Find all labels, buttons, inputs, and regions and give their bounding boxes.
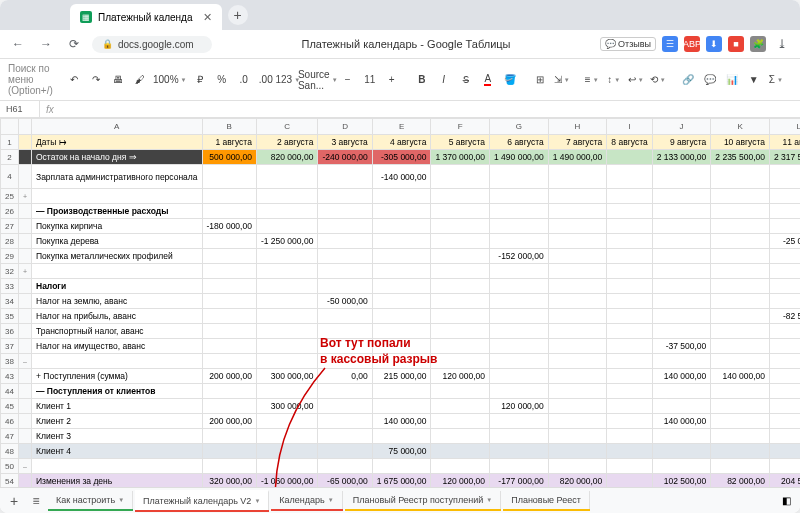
cell[interactable] <box>490 219 549 234</box>
link-icon[interactable]: 🔗 <box>679 70 697 90</box>
cell[interactable]: -1 060 000,00 <box>256 474 317 488</box>
cell[interactable] <box>202 429 256 444</box>
cell[interactable] <box>431 294 490 309</box>
cell[interactable] <box>607 429 652 444</box>
cell[interactable]: 2 августа <box>256 135 317 150</box>
cell[interactable] <box>711 204 770 219</box>
cell[interactable] <box>548 204 607 219</box>
cell[interactable] <box>652 384 711 399</box>
col-header[interactable]: A <box>32 119 203 135</box>
cell[interactable]: 140 000,00 <box>711 369 770 384</box>
cell[interactable]: 120 000,00 <box>431 369 490 384</box>
cell[interactable]: 200 000,00 <box>202 369 256 384</box>
cell[interactable] <box>711 414 770 429</box>
cell[interactable] <box>318 339 372 354</box>
merge-icon[interactable]: ⇲▼ <box>553 70 571 90</box>
cell[interactable] <box>652 429 711 444</box>
cell[interactable]: -177 000,00 <box>490 474 549 488</box>
cell[interactable] <box>652 324 711 339</box>
row-header[interactable]: 29 <box>1 249 19 264</box>
row-header[interactable]: 26 <box>1 204 19 219</box>
cell[interactable] <box>711 429 770 444</box>
cell[interactable]: + Поступления (сумма) <box>32 369 203 384</box>
cell[interactable] <box>372 429 431 444</box>
cell[interactable] <box>548 309 607 324</box>
cell[interactable]: 120 000,00 <box>490 399 549 414</box>
row-header[interactable]: 35 <box>1 309 19 324</box>
cell[interactable] <box>318 324 372 339</box>
cell[interactable] <box>372 339 431 354</box>
cell[interactable]: -50 000,00 <box>318 294 372 309</box>
format-currency[interactable]: ₽ <box>191 70 209 90</box>
font-size[interactable]: 11 <box>361 70 379 90</box>
add-sheet-button[interactable]: + <box>4 493 24 509</box>
cell[interactable] <box>202 444 256 459</box>
cell[interactable]: 140 000,00 <box>372 414 431 429</box>
cell[interactable] <box>490 294 549 309</box>
cell[interactable] <box>769 414 800 429</box>
row-header[interactable]: 1 <box>1 135 19 150</box>
cell[interactable] <box>769 204 800 219</box>
col-header[interactable]: F <box>431 119 490 135</box>
cell[interactable] <box>202 294 256 309</box>
cell[interactable] <box>202 339 256 354</box>
row-header[interactable]: 47 <box>1 429 19 444</box>
cell[interactable] <box>318 219 372 234</box>
cell[interactable]: Клиент 4 <box>32 444 203 459</box>
cell[interactable]: 2 133 000,00 <box>652 150 711 165</box>
cell[interactable]: 3 августа <box>318 135 372 150</box>
cell[interactable]: 120 000,00 <box>431 474 490 488</box>
cell[interactable] <box>490 414 549 429</box>
cell[interactable] <box>769 324 800 339</box>
cell[interactable]: -140 000,00 <box>372 165 431 189</box>
cell[interactable] <box>431 219 490 234</box>
cell[interactable]: -25 000,00 <box>769 234 800 249</box>
cell[interactable]: Покупка дерева <box>32 234 203 249</box>
cell[interactable]: Клиент 2 <box>32 414 203 429</box>
cell[interactable] <box>318 204 372 219</box>
cell[interactable] <box>256 294 317 309</box>
cell[interactable] <box>490 234 549 249</box>
cell[interactable] <box>202 204 256 219</box>
download-icon[interactable]: ⤓ <box>772 34 792 54</box>
row-header[interactable]: 45 <box>1 399 19 414</box>
cell[interactable] <box>607 339 652 354</box>
cell[interactable]: Транспортный налог, аванс <box>32 324 203 339</box>
cell[interactable] <box>490 279 549 294</box>
cell[interactable]: 8 августа <box>607 135 652 150</box>
puzzle-icon[interactable]: 🧩 <box>750 36 766 52</box>
cell[interactable]: Даты ↦ <box>32 135 203 150</box>
cell[interactable] <box>548 384 607 399</box>
cell[interactable] <box>490 165 549 189</box>
all-sheets-button[interactable]: ≡ <box>26 494 46 508</box>
cell[interactable]: Изменения за день <box>32 474 203 488</box>
cell[interactable] <box>548 369 607 384</box>
ext-icon[interactable]: ☰ <box>662 36 678 52</box>
row-header[interactable]: 48 <box>1 444 19 459</box>
cell[interactable] <box>652 219 711 234</box>
cell[interactable] <box>372 249 431 264</box>
cell[interactable] <box>431 414 490 429</box>
strike-icon[interactable]: S̶ <box>457 70 475 90</box>
cell[interactable] <box>318 309 372 324</box>
cell[interactable] <box>548 219 607 234</box>
sheet-tab[interactable]: Плановый Реестр поступлений▼ <box>345 491 501 509</box>
cell[interactable] <box>607 309 652 324</box>
col-header[interactable]: L <box>769 119 800 135</box>
comment-icon[interactable]: 💬 <box>701 70 719 90</box>
cell[interactable] <box>607 249 652 264</box>
cell[interactable]: 200 000,00 <box>202 414 256 429</box>
cell[interactable]: 5 августа <box>431 135 490 150</box>
col-header[interactable]: H <box>548 119 607 135</box>
cell[interactable] <box>256 444 317 459</box>
cell[interactable] <box>711 444 770 459</box>
sheet-tab[interactable]: Плановые Реест <box>503 491 590 509</box>
row-header[interactable]: 46 <box>1 414 19 429</box>
col-header[interactable]: B <box>202 119 256 135</box>
cell[interactable] <box>607 219 652 234</box>
cell[interactable] <box>607 324 652 339</box>
cell[interactable]: 500 000,00 <box>202 150 256 165</box>
cell[interactable] <box>652 249 711 264</box>
cell[interactable] <box>431 429 490 444</box>
cell[interactable] <box>769 429 800 444</box>
